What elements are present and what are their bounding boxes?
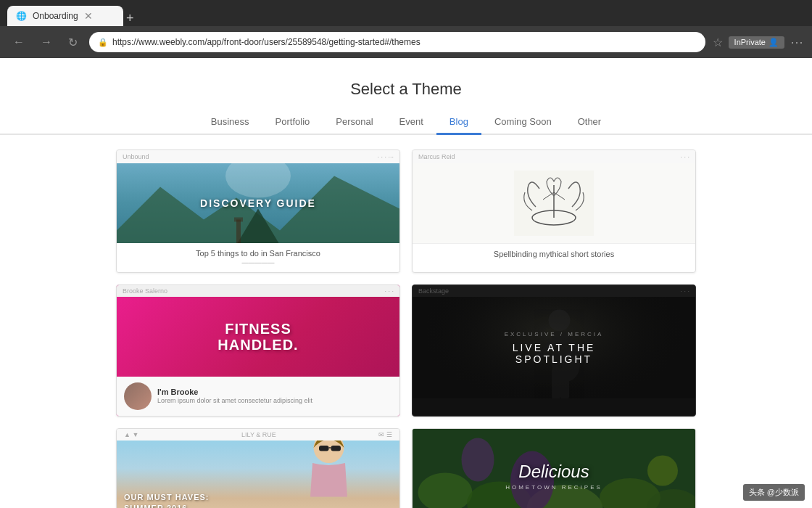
page-title: Select a Theme: [0, 58, 812, 110]
tab-other[interactable]: Other: [565, 110, 615, 135]
card-header: Backstage · · ·: [413, 285, 695, 297]
tab-favicon: 🌐: [16, 11, 27, 21]
hero-text: DISCOVERY GUIDE: [200, 197, 316, 209]
svg-point-13: [549, 310, 571, 332]
card-hero: EXCLUSIVE / MERCIA LIVE AT THE SPOTLIGHT: [413, 297, 695, 398]
sub-text: EXCLUSIVE / MERCIA: [484, 331, 625, 337]
tab-event[interactable]: Event: [386, 110, 436, 135]
favorite-button[interactable]: ☆: [713, 36, 723, 49]
lock-icon: 🔒: [98, 38, 108, 47]
card-hero: FITNESSHANDLED.: [117, 297, 399, 377]
forward-button[interactable]: →: [36, 33, 57, 52]
footer-sub: —————: [125, 259, 391, 266]
inprivate-label: InPrivate: [734, 38, 766, 46]
card-header: Brooke Salerno · · ·: [117, 285, 399, 297]
footer-text: Top 5 things to do in San Francisco: [125, 249, 391, 258]
theme-tabs: Business Portfolio Personal Event Blog C…: [0, 110, 812, 135]
tab-title: Onboarding: [33, 11, 78, 21]
bio-info: I'm Brooke Lorem ipsum dolor sit amet co…: [157, 388, 312, 406]
theme-name: Backstage: [418, 287, 449, 295]
tab-coming-soon[interactable]: Coming Soon: [481, 110, 565, 135]
tab-personal[interactable]: Personal: [323, 110, 386, 135]
refresh-button[interactable]: ↻: [64, 33, 82, 52]
active-tab[interactable]: 🌐 Onboarding ✕: [7, 6, 123, 26]
theme-card-marcus-reid[interactable]: Marcus Reid · · ·: [412, 149, 696, 273]
card-header: ▲ ▼ LILY & RUE ✉ ☰: [117, 429, 399, 441]
hero-content: Delicious HOMETOWN RECIPES: [505, 462, 602, 491]
card-header: Marcus Reid · · ·: [413, 150, 695, 163]
hero-text: LIVE AT THE SPOTLIGHT: [484, 342, 625, 365]
theme-card-backstage[interactable]: Backstage · · ·: [412, 284, 696, 417]
svg-rect-20: [560, 367, 569, 398]
footer-text: Spellbinding mythical short stories: [494, 250, 614, 258]
svg-rect-24: [331, 446, 341, 451]
themes-grid: Unbound · · · ···: [0, 135, 812, 508]
bio-name: I'm Brooke: [157, 388, 312, 396]
bio-section: I'm Brooke Lorem ipsum dolor sit amet co…: [117, 377, 399, 416]
theme-card-unbound[interactable]: Unbound · · · ···: [116, 149, 400, 273]
bio-avatar: [124, 382, 152, 410]
page-content: Select a Theme Business Portfolio Person…: [0, 58, 812, 508]
tab-close-button[interactable]: ✕: [84, 10, 93, 22]
theme-card-delicious[interactable]: Delicious HOMETOWN RECIPES: [412, 428, 696, 508]
tab-bar: 🌐 Onboarding ✕ +: [7, 0, 134, 26]
address-bar-wrap: 🔒: [89, 32, 705, 52]
tab-business[interactable]: Business: [198, 110, 262, 135]
inprivate-button[interactable]: InPrivate 👤: [729, 36, 784, 49]
more-button[interactable]: ⋯: [790, 34, 803, 50]
theme-name: Brooke Salerno: [123, 287, 167, 295]
theme-dots: · · · ···: [377, 153, 394, 160]
hero-text: Delicious: [505, 462, 602, 482]
hero-text: OUR MUST HAVES:SUMMER 2016: [124, 492, 209, 508]
theme-dots: · · ·: [680, 287, 689, 295]
card-hero: DISCOVERY GUIDE: [117, 163, 399, 243]
sketch-image: [514, 171, 594, 236]
inprivate-icon: 👤: [768, 38, 779, 47]
svg-rect-23: [319, 446, 329, 451]
theme-dots: · · ·: [384, 287, 394, 295]
tab-portfolio[interactable]: Portfolio: [262, 110, 323, 135]
theme-right: ✉ ☰: [378, 431, 392, 438]
hero-text: FITNESSHANDLED.: [218, 321, 298, 353]
theme-card-brooke-salerno[interactable]: Brooke Salerno · · · FITNESSHANDLED. I'm…: [116, 284, 400, 417]
card-footer: Top 5 things to do in San Francisco ————…: [117, 243, 399, 272]
hero-sub: HOMETOWN RECIPES: [505, 484, 602, 491]
card-hero: Delicious HOMETOWN RECIPES: [413, 429, 695, 508]
theme-dots: · · ·: [680, 153, 689, 160]
theme-card-lily-rue[interactable]: ▲ ▼ LILY & RUE ✉ ☰: [116, 428, 400, 508]
theme-brand: Unbound: [123, 153, 149, 160]
theme-name: LILY & RUE: [241, 431, 276, 438]
page-inner: Select a Theme Business Portfolio Person…: [0, 58, 812, 508]
svg-rect-4: [236, 220, 241, 244]
card-hero: [413, 163, 695, 243]
theme-left: ▲ ▼: [124, 431, 138, 438]
theme-name: Marcus Reid: [418, 153, 455, 160]
back-button[interactable]: ←: [9, 33, 29, 52]
card-footer: Spellbinding mythical short stories: [413, 243, 695, 264]
svg-rect-5: [234, 218, 243, 222]
browser-toolbar: ← → ↻ 🔒 ☆ InPrivate 👤 ⋯: [0, 26, 812, 58]
address-bar[interactable]: [112, 37, 697, 47]
bio-desc: Lorem ipsum dolor sit amet consectetur a…: [157, 396, 312, 406]
card-hero: OUR MUST HAVES:SUMMER 2016: [117, 441, 399, 508]
browser-chrome: 🌐 Onboarding ✕ +: [0, 0, 812, 26]
new-tab-button[interactable]: +: [126, 11, 134, 26]
card-header: Unbound · · · ···: [117, 150, 399, 163]
hero-content: EXCLUSIVE / MERCIA LIVE AT THE SPOTLIGHT: [484, 331, 625, 365]
toolbar-right: ☆ InPrivate 👤 ⋯: [713, 34, 803, 50]
watermark: 头条 @少数派: [743, 484, 805, 501]
svg-rect-19: [552, 367, 560, 398]
tab-blog[interactable]: Blog: [436, 110, 481, 135]
